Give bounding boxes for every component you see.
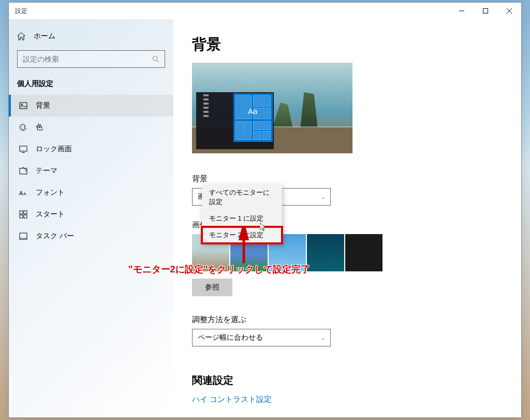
background-preview: Aa xyxy=(192,63,352,153)
close-button[interactable] xyxy=(497,3,521,19)
titlebar: 設定 xyxy=(9,3,521,19)
dropdown-value: ページ幅に合わせる xyxy=(198,333,263,342)
svg-text:A: A xyxy=(19,190,23,196)
ctx-set-monitor-2[interactable]: モニター 2 に設定 xyxy=(202,227,282,243)
home-label: ホーム xyxy=(34,32,55,41)
high-contrast-link[interactable]: ハイ コントラスト設定 xyxy=(192,395,503,404)
svg-line-5 xyxy=(157,60,159,62)
related-settings-title: 関連設定 xyxy=(192,373,503,387)
sidebar-item-label: 背景 xyxy=(36,101,50,110)
sidebar: ホーム 個人用設定 背景 色 ロック画面 テーマ xyxy=(9,19,173,417)
picture-icon xyxy=(19,102,27,110)
sidebar-item-themes[interactable]: テーマ xyxy=(9,160,173,182)
fit-dropdown[interactable]: ページ幅に合わせる ⌄ xyxy=(192,329,331,346)
sidebar-item-label: 色 xyxy=(36,123,43,132)
sidebar-item-label: スタート xyxy=(36,210,65,219)
lockscreen-icon xyxy=(19,145,27,153)
ctx-set-all-monitors[interactable]: すべてのモニターに設定 xyxy=(202,184,282,210)
svg-rect-16 xyxy=(20,211,23,214)
svg-point-9 xyxy=(21,128,22,129)
sidebar-section-title: 個人用設定 xyxy=(9,75,173,95)
home-icon xyxy=(17,32,25,40)
background-type-label: 背景 xyxy=(192,174,503,184)
sidebar-item-fonts[interactable]: AA フォント xyxy=(9,182,173,204)
sidebar-item-taskbar[interactable]: タスク バー xyxy=(9,225,173,247)
context-menu: すべてのモニターに設定 モニター 1 に設定 モニター 2 に設定 xyxy=(202,184,282,243)
maximize-button[interactable] xyxy=(474,3,497,19)
page-title: 背景 xyxy=(192,35,503,54)
picture-thumb[interactable] xyxy=(307,234,344,271)
browse-button[interactable]: 参照 xyxy=(192,279,232,296)
font-icon: AA xyxy=(19,189,27,197)
sidebar-item-colors[interactable]: 色 xyxy=(9,117,173,138)
search-icon xyxy=(152,55,159,63)
window-title: 設定 xyxy=(15,7,27,16)
svg-rect-19 xyxy=(24,215,27,218)
svg-rect-17 xyxy=(24,211,27,214)
svg-text:A: A xyxy=(23,192,26,196)
svg-rect-6 xyxy=(20,103,27,109)
sidebar-item-label: テーマ xyxy=(36,166,57,176)
search-input[interactable] xyxy=(23,55,152,63)
taskbar-icon xyxy=(19,232,27,240)
svg-point-7 xyxy=(21,104,23,106)
picture-thumb[interactable] xyxy=(345,234,382,271)
svg-rect-1 xyxy=(483,9,488,13)
svg-point-10 xyxy=(23,129,24,130)
sidebar-item-lockscreen[interactable]: ロック画面 xyxy=(9,138,173,160)
svg-rect-12 xyxy=(22,152,25,153)
sidebar-item-label: タスク バー xyxy=(36,231,74,241)
search-box[interactable] xyxy=(17,50,165,68)
sidebar-item-label: ロック画面 xyxy=(36,144,72,154)
sidebar-item-label: フォント xyxy=(36,188,65,197)
themes-icon xyxy=(19,167,27,175)
window-controls xyxy=(450,3,521,19)
minimize-icon xyxy=(459,8,464,13)
svg-rect-21 xyxy=(20,238,27,239)
chevron-down-icon: ⌄ xyxy=(321,335,325,341)
close-icon xyxy=(507,8,512,13)
ctx-set-monitor-1[interactable]: モニター 1 に設定 xyxy=(202,210,282,227)
minimize-button[interactable] xyxy=(450,3,474,19)
maximize-icon xyxy=(483,8,488,13)
chevron-down-icon: ⌄ xyxy=(321,194,325,200)
home-button[interactable]: ホーム xyxy=(9,26,173,46)
palette-icon xyxy=(19,123,27,132)
sidebar-item-start[interactable]: スタート xyxy=(9,204,173,225)
sidebar-item-background[interactable]: 背景 xyxy=(9,95,173,117)
fit-label: 調整方法を選ぶ xyxy=(192,315,503,325)
start-icon xyxy=(19,210,27,219)
svg-rect-11 xyxy=(20,146,27,151)
svg-point-4 xyxy=(153,56,157,61)
svg-rect-18 xyxy=(20,215,23,218)
svg-point-8 xyxy=(21,126,22,127)
